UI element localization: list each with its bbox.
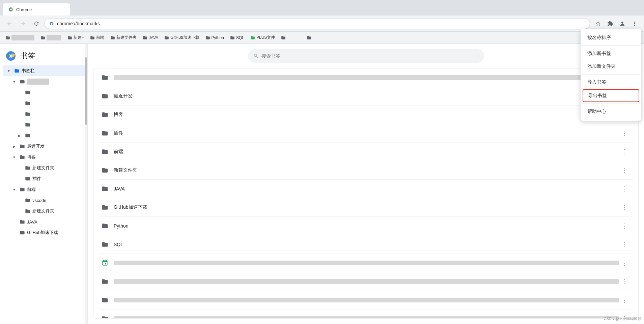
bookmark-row-3[interactable]: 博客 ⋮ (99, 106, 633, 124)
menu-button[interactable] (629, 18, 640, 29)
expand-arrow-blog[interactable]: ▼ (11, 154, 18, 160)
bookmarks-bar-item-1[interactable]: 新创建内容 (3, 33, 37, 42)
dropdown-item-add-bookmark[interactable]: 添加新书签 (581, 47, 641, 60)
bookmark-row-2[interactable]: 最近开发 ⋮ (99, 87, 633, 106)
bookmark-menu-8[interactable]: ⋮ (619, 202, 630, 212)
sidebar-item-new-folder-frontend[interactable]: 新建文件夹 (13, 206, 85, 216)
bookmark-row-6[interactable]: 新建文件夹 ⋮ (99, 161, 633, 180)
bookmark-menu-10[interactable]: ⋮ (619, 239, 630, 249)
bookmarks-bar-item-4[interactable]: 前端 (87, 33, 107, 42)
expand-arrow-sub2 (16, 100, 23, 107)
sidebar-item-recent[interactable]: ▶ 最近开发 (8, 141, 85, 152)
bookmark-row-14[interactable]: ⋮ (99, 310, 633, 319)
bookmark-star-button[interactable] (593, 18, 604, 29)
bookmarks-bar-item-5[interactable]: 新建文件夹 (108, 33, 139, 42)
bookmarks-bar-item-2[interactable]: 文件夹 (38, 33, 64, 42)
refresh-button[interactable] (31, 18, 42, 29)
expand-arrow-frontend[interactable]: ▼ (11, 186, 18, 193)
bookmark-name-4: 插件 (114, 130, 619, 136)
search-input[interactable] (261, 53, 479, 59)
bookmarks-bar-item-7[interactable]: GitHub加速下载 (162, 33, 202, 42)
sidebar-tree: ▼ 书签栏 ▼ 模糊 (0, 65, 87, 324)
sidebar-item-sub1[interactable] (13, 87, 85, 98)
sidebar-item-blog[interactable]: ▼ 博客 (8, 152, 85, 163)
sidebar-item-child1[interactable]: ▼ 模糊 (8, 76, 85, 87)
toolbar: chrome://bookmarks (0, 16, 644, 32)
bookmark-row-10[interactable]: SQL ⋮ (99, 235, 633, 254)
bookmark-menu-12[interactable]: ⋮ (619, 276, 630, 287)
sidebar-item-java[interactable]: JAVA (8, 216, 85, 227)
bookmark-menu-6[interactable]: ⋮ (619, 165, 630, 175)
toolbar-icons (593, 18, 640, 29)
back-button[interactable] (4, 18, 15, 29)
dropdown-item-export[interactable]: 导出书签 (583, 89, 639, 102)
forward-button[interactable] (18, 18, 28, 29)
sidebar: 书签 ▼ 书签栏 ▼ 模糊 (0, 44, 88, 324)
sidebar-item-new-folder-blog[interactable]: 新建文件夹 (13, 163, 85, 173)
folder-icon-row4 (102, 130, 108, 137)
bookmark-row-11[interactable]: ⋮ (99, 254, 633, 272)
expand-arrow-child1[interactable]: ▼ (11, 78, 18, 85)
bookmarks-bar-item-11[interactable] (278, 33, 303, 42)
expand-arrow-recent[interactable]: ▶ (11, 143, 18, 150)
expand-arrow-bookmarks-bar[interactable]: ▼ (5, 67, 12, 74)
bookmarks-bar-item-6[interactable]: JAVA (140, 33, 161, 42)
sidebar-item-vscode[interactable]: vscode (13, 195, 85, 206)
sidebar-item-sub4[interactable] (13, 119, 85, 130)
profile-button[interactable] (617, 18, 628, 29)
bookmark-row-9[interactable]: Python ⋮ (99, 217, 633, 235)
sidebar-item-github[interactable]: GitHub加速下载 (8, 227, 85, 238)
sidebar-item-sub5[interactable]: ▶ (13, 130, 85, 141)
bookmark-row-1[interactable]: ⋮ (99, 68, 633, 87)
bookmark-row-12[interactable]: ⋮ (99, 272, 633, 291)
sidebar-scrollbar[interactable] (85, 44, 87, 324)
sidebar-item-bookmarks-bar[interactable]: ▼ 书签栏 (3, 65, 85, 76)
sidebar-item-sub3[interactable] (13, 109, 85, 119)
dropdown-divider-1 (581, 46, 641, 46)
bookmark-name-7: JAVA (114, 186, 619, 192)
sidebar-subchildren-child1: ▶ (8, 87, 85, 141)
bookmark-row-13[interactable]: ⋮ (99, 291, 633, 310)
bookmark-menu-13[interactable]: ⋮ (619, 295, 630, 305)
bookmarks-bar-item-9[interactable]: SQL (227, 33, 247, 42)
extensions-button[interactable] (605, 18, 616, 29)
address-favicon (49, 21, 54, 26)
folder-icon-row13 (102, 297, 108, 303)
dropdown-divider-3 (581, 104, 641, 104)
sidebar-item-sub2[interactable] (13, 98, 85, 109)
sidebar-label-new-folder-frontend: 新建文件夹 (32, 208, 54, 214)
bookmark-name-10: SQL (114, 242, 619, 247)
bookmark-menu-9[interactable]: ⋮ (619, 221, 630, 231)
bookmarks-bar-item-8[interactable]: Python (203, 33, 227, 42)
active-tab[interactable]: Chrome (3, 3, 70, 16)
folder-icon-java (20, 219, 25, 225)
bookmarks-bar-item-12[interactable] (304, 33, 329, 42)
bookmark-row-8[interactable]: GitHub加速下载 ⋮ (99, 198, 633, 217)
bookmark-menu-7[interactable]: ⋮ (619, 184, 630, 194)
sidebar-item-plugin-blog[interactable]: 插件 (13, 173, 85, 184)
bookmark-menu-5[interactable]: ⋮ (619, 147, 630, 157)
dropdown-item-help[interactable]: 帮助中心 (581, 105, 641, 118)
folder-icon-row8 (102, 204, 108, 211)
bookmark-row-4[interactable]: 插件 ⋮ (99, 124, 633, 143)
folder-icon-row9 (102, 223, 108, 229)
sidebar-item-frontend[interactable]: ▼ 前端 (8, 184, 85, 195)
search-box[interactable] (248, 49, 484, 63)
dropdown-item-sort[interactable]: 按名称排序 (581, 31, 641, 44)
bookmark-menu-4[interactable]: ⋮ (619, 128, 630, 138)
bookmark-row-7[interactable]: JAVA ⋮ (99, 180, 633, 198)
bookmark-menu-11[interactable]: ⋮ (619, 258, 630, 268)
folder-icon-row6 (102, 167, 108, 174)
expand-arrow-sub5[interactable]: ▶ (16, 132, 23, 139)
folder-icon-row14 (102, 315, 108, 319)
bookmarks-bar-item-10[interactable]: PLUS文件 (248, 33, 278, 42)
bookmarks-bar-item-3[interactable]: 新建+ (65, 33, 87, 42)
sidebar-scrollbar-thumb[interactable] (85, 57, 87, 125)
dropdown-item-add-folder[interactable]: 添加新文件夹 (581, 60, 641, 73)
address-bar[interactable]: chrome://bookmarks (45, 18, 590, 29)
dropdown-divider-2 (581, 74, 641, 75)
bookmark-name-9: Python (114, 223, 619, 229)
dropdown-item-import[interactable]: 导入书签 (581, 76, 641, 89)
tab-bar: Chrome (0, 0, 644, 16)
bookmark-row-5[interactable]: 前端 ⋮ (99, 143, 633, 161)
